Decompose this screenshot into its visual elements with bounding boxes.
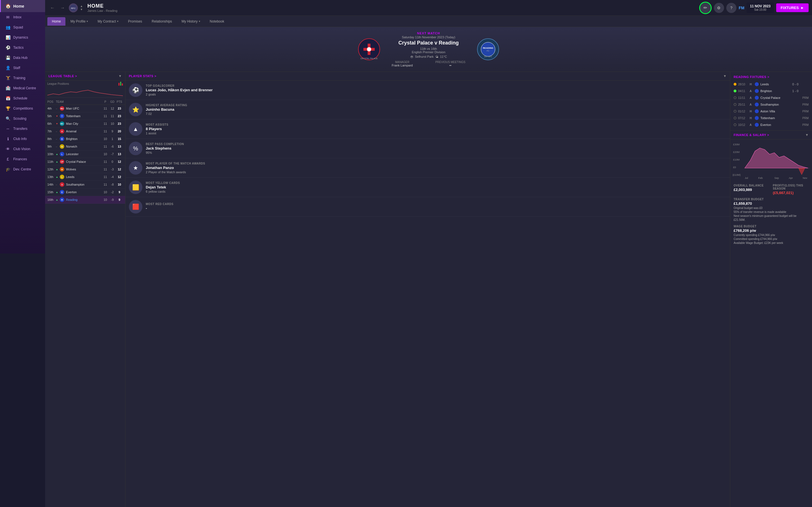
svg-text:RFC: RFC xyxy=(71,7,76,10)
lr-gd: 11 xyxy=(109,114,116,118)
league-table-row: 9th – N Norwich 11 -6 13 xyxy=(45,143,125,151)
tab-relationships[interactable]: Relationships xyxy=(147,17,176,25)
sidebar-label-staff: Staff xyxy=(13,66,20,70)
transfers-icon: ↔ xyxy=(5,126,10,131)
sidebar-item-datahub[interactable]: 💾 Data Hub xyxy=(0,53,45,63)
myhistory-arrow: ▾ xyxy=(199,20,200,23)
tab-mycontract[interactable]: My Contract ▾ xyxy=(93,17,123,25)
sidebar-item-schedule[interactable]: 📅 Schedule xyxy=(0,93,45,103)
stat-name[interactable]: Juninho Bacuna xyxy=(146,107,406,112)
lr-team-name[interactable]: Tottenham xyxy=(66,114,102,118)
sidebar-label-training: Training xyxy=(13,76,26,80)
tab-home[interactable]: Home xyxy=(47,17,65,25)
lr-team-name[interactable]: Wolves xyxy=(66,168,102,171)
forward-button[interactable]: → xyxy=(59,4,66,11)
sidebar-item-inbox[interactable]: ✉ Inbox xyxy=(0,12,45,22)
lr-badge: MC xyxy=(60,121,64,126)
lr-team-name[interactable]: Everton xyxy=(66,190,102,194)
stat-name[interactable]: Jack Stephens xyxy=(146,146,406,151)
sidebar-item-scouting[interactable]: 🔍 Scouting xyxy=(0,114,45,124)
stat-name[interactable]: - xyxy=(146,206,406,210)
schedule-icon: 📅 xyxy=(5,96,10,101)
lr-team-name[interactable]: Arsenal xyxy=(66,129,102,133)
lr-played: 11 xyxy=(102,168,109,171)
sidebar-item-staff[interactable]: 👤 Staff xyxy=(0,63,45,73)
league-table-panel: LEAGUE TABLE > ▼ League Positions xyxy=(45,72,125,253)
stat-category: MOST ASSISTS xyxy=(146,123,406,126)
player-stats-title[interactable]: PLAYER STATS > xyxy=(129,74,156,78)
lr-trend: – xyxy=(56,138,59,140)
lr-team-name[interactable]: Leicester xyxy=(66,152,102,156)
stat-category: BEST PASS COMPLETION xyxy=(146,143,406,146)
lr-played: 11 xyxy=(102,183,109,186)
sidebar-item-competitions[interactable]: 🏆 Competitions xyxy=(0,103,45,114)
sidebar-item-transfers[interactable]: ↔ Transfers xyxy=(0,124,45,134)
col-pos: POS xyxy=(47,100,56,103)
lr-pts: 20 xyxy=(116,129,123,133)
sidebar-item-tactics[interactable]: ⚽ Tactics xyxy=(0,43,45,53)
stat-avatar: ★ xyxy=(129,161,142,175)
sidebar-item-finances[interactable]: £ Finances xyxy=(0,154,45,164)
sidebar-item-devcentre[interactable]: 🎓 Dev. Centre xyxy=(0,164,45,174)
lr-team-name[interactable]: Southampton xyxy=(66,183,102,186)
sidebar: 🏠 Home ✉ Inbox 👥 Squad 📊 Dynamics ⚽ Tact… xyxy=(0,0,45,253)
stat-sub: 2 Player of the Match awards xyxy=(146,170,406,174)
lr-team-name[interactable]: Man UFC xyxy=(66,107,102,110)
stat-name[interactable]: Jonathan Panzo xyxy=(146,166,406,170)
sidebar-item-clubinfo[interactable]: ℹ Club Info xyxy=(0,134,45,144)
page-title-area: HOME James Law - Reading xyxy=(85,3,406,12)
lr-badge: N xyxy=(60,144,64,149)
sidebar-item-medical[interactable]: 🏥 Medical Centre xyxy=(0,83,45,93)
lr-team-name[interactable]: Man City xyxy=(66,122,102,125)
stat-info: MOST RED CARDS - xyxy=(146,203,406,211)
player-stat-row: ▲ MOST ASSISTS 8 Players 1 assist xyxy=(125,119,406,139)
back-button[interactable]: ← xyxy=(49,4,56,11)
tab-myhistory[interactable]: My History ▾ xyxy=(177,17,205,25)
league-table-chevron[interactable]: ▼ xyxy=(118,74,122,78)
sidebar-home-label: Home xyxy=(13,4,24,8)
lr-gd: 9 xyxy=(109,129,116,133)
tab-promises[interactable]: Promises xyxy=(123,17,147,25)
sidebar-item-training[interactable]: 🏋 Training xyxy=(0,73,45,83)
player-stat-row: ⭐ HIGHEST AVERAGE RATING Juninho Bacuna … xyxy=(125,100,406,119)
lr-team-name[interactable]: Norwich xyxy=(66,145,102,148)
stat-name[interactable]: Lucas João, Håkon Evjen and Brenner xyxy=(146,88,406,92)
stat-name[interactable]: 8 Players xyxy=(146,127,406,131)
sidebar-label-finances: Finances xyxy=(13,157,27,161)
next-match-label: NEXT MATCH xyxy=(392,32,406,35)
sidebar-item-clubvision[interactable]: 👁 Club Vision xyxy=(0,144,45,154)
stat-name[interactable]: Dejan Tetek xyxy=(146,185,406,189)
sidebar-item-squad[interactable]: 👥 Squad xyxy=(0,22,45,33)
lr-team-name[interactable]: Crystal Palace xyxy=(66,160,102,163)
lr-badge: T xyxy=(60,114,64,118)
player-stat-row: ★ MOST PLAYER OF THE MATCH AWARDS Jonath… xyxy=(125,158,406,178)
lr-pts: 13 xyxy=(116,145,123,148)
stat-sub: 6 yellow cards xyxy=(146,190,406,193)
lr-played: 10 xyxy=(102,152,109,156)
stat-category: HIGHEST AVERAGE RATING xyxy=(146,104,406,107)
lr-position: 11th xyxy=(47,160,56,163)
player-stat-row: ⚽ TOP GOALSCORER Lucas João, Håkon Evjen… xyxy=(125,80,406,100)
sidebar-item-dynamics[interactable]: 📊 Dynamics xyxy=(0,33,45,43)
sidebar-label-dynamics: Dynamics xyxy=(13,36,28,40)
lr-team-name[interactable]: Leeds xyxy=(66,175,102,179)
league-table-title[interactable]: LEAGUE TABLE > xyxy=(49,74,77,78)
stat-info: HIGHEST AVERAGE RATING Juninho Bacuna 7.… xyxy=(146,104,406,115)
league-table-header: LEAGUE TABLE > ▼ xyxy=(45,72,125,80)
lr-pts: 12 xyxy=(116,168,123,171)
match-teams: Crystal Palace v Reading xyxy=(392,40,406,46)
lr-played: 10 xyxy=(102,190,109,194)
lr-badge: R xyxy=(60,198,64,202)
content: CRYSTAL PALACE NEXT MATCH Saturday 11th … xyxy=(45,27,406,253)
datahub-icon: 💾 xyxy=(5,55,10,60)
lr-team-name[interactable]: Brighton xyxy=(66,137,102,140)
tab-myprofile[interactable]: My Profile ▾ xyxy=(66,17,93,25)
lr-team-name[interactable]: Reading xyxy=(66,198,102,202)
manager-label: MANAGER xyxy=(392,61,406,64)
stat-category: MOST YELLOW CARDS xyxy=(146,181,406,184)
scouting-icon: 🔍 xyxy=(5,116,10,121)
stat-avatar: ▲ xyxy=(129,122,142,136)
sidebar-item-home[interactable]: 🏠 Home xyxy=(0,0,45,12)
league-table-row: 4th – MU Man UFC 11 12 23 xyxy=(45,105,125,112)
tab-notebook[interactable]: Notebook xyxy=(205,17,229,25)
